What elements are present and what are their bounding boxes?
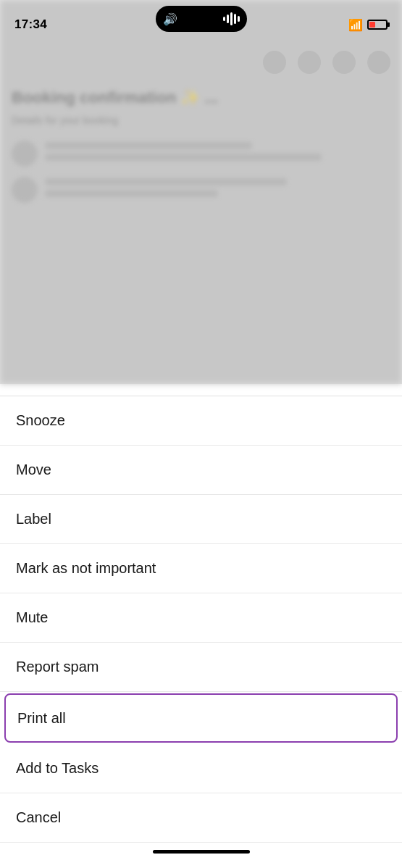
battery-icon (367, 20, 388, 30)
menu-item-print-all[interactable]: Print all (4, 693, 398, 743)
menu-item-mute-label: Mute (16, 609, 48, 626)
speaker-icon: 🔊 (163, 12, 177, 26)
background-email-content: Booking confirmation ✨ ... Details for y… (0, 43, 402, 220)
home-bar (153, 850, 250, 854)
menu-item-cancel-label: Cancel (16, 809, 61, 826)
bg-avatar-2 (12, 177, 38, 203)
bg-text-lines-2 (45, 178, 390, 201)
bg-icon-1 (263, 51, 286, 74)
bg-line-3 (45, 178, 287, 185)
menu-item-add-to-tasks[interactable]: Add to Tasks (0, 744, 402, 793)
battery-fill (369, 22, 375, 28)
menu-item-move-label: Move (16, 462, 51, 478)
bg-line-4 (45, 190, 218, 197)
bg-email-row-2 (12, 177, 390, 203)
sound-bar-4 (234, 14, 236, 24)
bg-icon-3 (332, 51, 356, 74)
sound-bar-5 (238, 16, 240, 22)
status-right-icons: 📶 (348, 18, 388, 32)
menu-item-add-to-tasks-label: Add to Tasks (16, 760, 99, 777)
menu-item-snooze[interactable]: Snooze (0, 396, 402, 446)
wifi-icon: 📶 (348, 18, 363, 32)
bg-line-2 (45, 154, 322, 161)
bg-toolbar (12, 51, 390, 74)
sound-bar-1 (223, 17, 225, 21)
bg-text-lines-1 (45, 142, 390, 165)
sound-bar-3 (230, 12, 233, 25)
bg-email-row-1 (12, 141, 390, 167)
status-bar: 17:34 🔊 📶 (0, 0, 402, 39)
status-time: 17:34 (14, 17, 47, 32)
menu-item-label[interactable]: Label (0, 495, 402, 544)
home-indicator (0, 843, 402, 868)
sound-bar-2 (227, 14, 229, 23)
dynamic-island: 🔊 (156, 6, 247, 32)
menu-item-mark-not-important[interactable]: Mark as not important (0, 544, 402, 593)
bg-email-title: Booking confirmation ✨ ... (12, 88, 390, 107)
menu-item-report-spam-label: Report spam (16, 659, 99, 675)
menu-item-cancel[interactable]: Cancel (0, 793, 402, 843)
bg-email-subtitle: Details for your booking (12, 114, 390, 126)
menu-item-move[interactable]: Move (0, 446, 402, 495)
menu-item-snooze-label: Snooze (16, 412, 65, 429)
menu-item-mute[interactable]: Mute (0, 593, 402, 643)
action-sheet: Snooze Move Label Mark as not important … (0, 396, 402, 868)
menu-item-report-spam[interactable]: Report spam (0, 643, 402, 692)
bg-icon-4 (367, 51, 390, 74)
sound-bars (223, 12, 240, 25)
bg-avatar-1 (12, 141, 38, 167)
menu-item-print-all-label: Print all (17, 710, 66, 727)
bg-line-1 (45, 142, 252, 149)
bg-icon-2 (298, 51, 321, 74)
menu-item-mark-not-important-label: Mark as not important (16, 560, 156, 577)
menu-item-label-label: Label (16, 511, 51, 527)
